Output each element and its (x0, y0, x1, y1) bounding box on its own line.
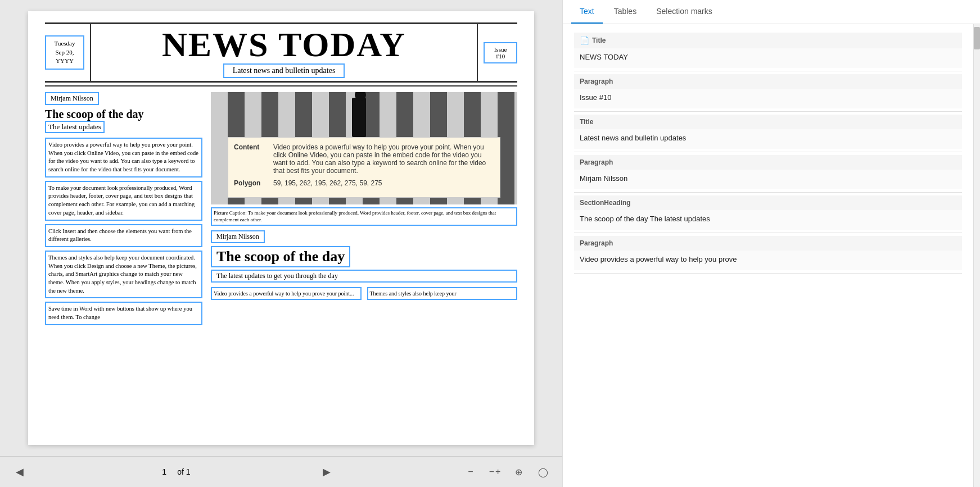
result-text-1: Issue #10 (580, 93, 611, 102)
tooltip-value1: Video provides a powerful way to help yo… (273, 143, 494, 175)
text-block3: Click Insert and then choose the element… (45, 224, 202, 247)
result-value-3: Mirjam Nilsson (574, 170, 962, 189)
text-block1: Video provides a powerful way to help yo… (45, 138, 202, 177)
tooltip-value2: 59, 195, 262, 195, 262, 275, 59, 275 (273, 179, 494, 187)
result-section-0: 📄 Title NEWS TODAY (574, 33, 962, 71)
right-panel: Text Tables Selection marks 📄 Title NEWS… (562, 0, 980, 487)
zoom-out-button[interactable]: − (463, 464, 478, 480)
bottom-left-text: Video provides a powerful way to help yo… (211, 287, 362, 300)
of-label: of 1 (177, 467, 190, 476)
tab-text-label: Text (580, 7, 594, 16)
panel-tabs: Text Tables Selection marks (563, 0, 980, 24)
result-label-1: Paragraph (574, 74, 962, 89)
section-heading2: The scoop of the day (211, 246, 350, 267)
result-value-5: Video provides a powerful way to help yo… (574, 251, 962, 270)
text-block1-content: Video provides a powerful way to help yo… (48, 142, 198, 172)
result-type-0: Title (592, 37, 606, 44)
doc-footer: ◀ of 1 ▶ − − + ⊕ ◯ (0, 456, 562, 487)
result-type-2: Title (580, 118, 593, 126)
newspaper-title: NEWS TODAY (94, 27, 474, 62)
text-block3-content: Click Insert and then choose the element… (48, 228, 192, 243)
author1-box: Mirjam Nilsson (45, 92, 99, 105)
page-number-input[interactable] (156, 467, 173, 476)
tooltip-label1: Content (234, 143, 268, 175)
result-label-0: 📄 Title (574, 33, 962, 48)
tab-selection-label: Selection marks (656, 7, 712, 16)
section-sub1: The latest updates (45, 121, 105, 133)
result-label-5: Paragraph (574, 236, 962, 251)
author2-box: Mirjam Nilsson (211, 230, 265, 243)
left-column: Mirjam Nilsson The scoop of the day The … (45, 92, 202, 329)
content-area: Mirjam Nilsson The scoop of the day The … (45, 92, 517, 329)
tooltip-polygon-row: Polygon 59, 195, 262, 195, 262, 275, 59,… (234, 179, 494, 187)
document-scroll[interactable]: TuesdaySep 20,YYYY NEWS TODAY Latest new… (0, 0, 562, 456)
result-value-1: Issue #10 (574, 89, 962, 108)
result-value-2: Latest news and bulletin updates (574, 129, 962, 149)
tab-selection-marks[interactable]: Selection marks (648, 0, 721, 24)
scrollbar-track[interactable] (973, 24, 980, 487)
text-block2: To make your document look professionall… (45, 181, 202, 221)
zoom-fit-button[interactable]: ⊕ (511, 464, 527, 480)
tab-tables[interactable]: Tables (606, 0, 645, 24)
section-heading1: The scoop of the day (45, 108, 202, 121)
bottom-left-content: Video provides a powerful way to help yo… (214, 290, 354, 297)
text-block5: Save time in Word with new buttons that … (45, 302, 202, 325)
zoom-help-button[interactable]: ◯ (535, 464, 551, 480)
panel-right-scroll: 📄 Title NEWS TODAY Paragraph Issue #10 (563, 24, 980, 487)
zoom-controls: − − + ⊕ ◯ (463, 464, 551, 480)
result-type-4: SectionHeading (580, 199, 631, 207)
image-area: Content Video provides a powerful way to… (211, 92, 517, 204)
tooltip-popup: Content Video provides a powerful way to… (228, 137, 500, 198)
result-text-4: The scoop of the day The latest updates (580, 215, 710, 223)
document-viewer: TuesdaySep 20,YYYY NEWS TODAY Latest new… (0, 0, 562, 487)
tab-text[interactable]: Text (571, 0, 603, 24)
text-block5-content: Save time in Word with new buttons that … (48, 306, 192, 320)
scrollbar-thumb[interactable] (974, 27, 980, 49)
bottom-right-content: Themes and styles also help keep your (370, 290, 457, 297)
result-text-5: Video provides a powerful way to help yo… (580, 255, 737, 263)
caption-text: Picture Caption: To make your document l… (214, 210, 496, 222)
prev-page-button[interactable]: ◀ (11, 463, 28, 480)
issue-box: Issue#10 (484, 42, 517, 63)
bottom-row: Video provides a powerful way to help yo… (211, 287, 517, 300)
tab-tables-label: Tables (614, 7, 636, 16)
next-page-button[interactable]: ▶ (318, 463, 335, 480)
section-sub2: The latest updates to get you through th… (211, 270, 517, 283)
document-page: TuesdaySep 20,YYYY NEWS TODAY Latest new… (28, 11, 534, 445)
issue-text: Issue#10 (494, 46, 507, 60)
tooltip-content-row: Content Video provides a powerful way to… (234, 143, 494, 175)
heading2-wrapper: The scoop of the day (211, 246, 517, 270)
tooltip-label2: Polygon (234, 179, 268, 187)
result-text-3: Mirjam Nilsson (580, 174, 627, 183)
text-block4: Themes and styles also help keep your do… (45, 251, 202, 298)
result-type-1: Paragraph (580, 78, 613, 85)
bottom-right-text: Themes and styles also help keep your (367, 287, 518, 300)
page-info: of 1 (156, 467, 190, 476)
zoom-in-button[interactable]: − + (487, 464, 503, 480)
result-section-5: Paragraph Video provides a powerful way … (574, 236, 962, 274)
result-text-0: NEWS TODAY (580, 53, 628, 61)
picture-caption: Picture Caption: To make your document l… (211, 207, 517, 226)
result-label-4: SectionHeading (574, 195, 962, 210)
result-section-1: Paragraph Issue #10 (574, 74, 962, 112)
result-section-2: Title Latest news and bulletin updates (574, 115, 962, 152)
date-box: TuesdaySep 20,YYYY (45, 35, 84, 69)
result-type-3: Paragraph (580, 158, 613, 166)
author1-text: Mirjam Nilsson (51, 94, 93, 102)
result-value-4: The scoop of the day The latest updates (574, 210, 962, 230)
result-text-2: Latest news and bulletin updates (580, 134, 686, 142)
person-legs (352, 98, 366, 137)
result-section-3: Paragraph Mirjam Nilsson (574, 155, 962, 193)
text-block2-content: To make your document look professionall… (48, 185, 195, 216)
subtitle-text: Latest news and bulletin updates (233, 66, 336, 75)
right-column: Content Video provides a powerful way to… (211, 92, 517, 329)
title-center: NEWS TODAY Latest news and bulletin upda… (90, 24, 478, 81)
author2-text: Mirjam Nilsson (216, 233, 259, 240)
subtitle-box: Latest news and bulletin updates (223, 63, 345, 78)
date-text: TuesdaySep 20,YYYY (55, 40, 75, 64)
text-block4-content: Themes and styles also help keep your do… (48, 254, 197, 294)
result-label-2: Title (574, 115, 962, 129)
panel-scroll[interactable]: 📄 Title NEWS TODAY Paragraph Issue #10 (563, 24, 973, 487)
result-label-3: Paragraph (574, 155, 962, 170)
doc-icon-0: 📄 (580, 36, 589, 45)
